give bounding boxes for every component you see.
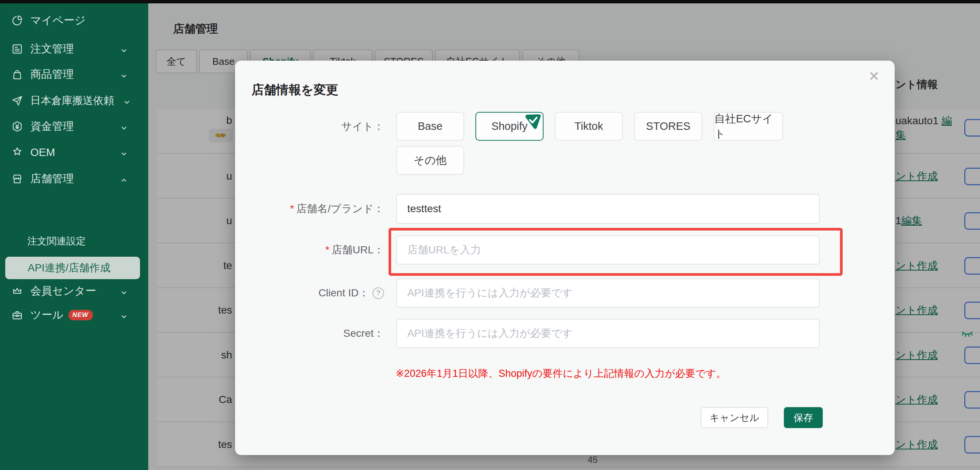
- chevron-down-icon: [120, 45, 128, 53]
- store-name-label: * 店舗名/ブランド：: [235, 194, 391, 224]
- eye-closed-icon[interactable]: [961, 327, 974, 341]
- sidebar-item-mypage[interactable]: マイページ: [0, 9, 148, 32]
- edit-store-modal: ✕ 店舗情報を変更 サイト： Base Shopify Tiktok STORE…: [235, 60, 895, 455]
- sidebar: マイページ 注文管理 商品管理 日本倉庫搬送依頼 資金管理 OEM 店舗管理 注…: [0, 3, 148, 470]
- client-id-label-text: Client ID：: [318, 286, 369, 300]
- site-label-text: サイト：: [341, 119, 384, 133]
- new-badge: NEW: [68, 310, 93, 320]
- client-id-input[interactable]: [396, 278, 820, 308]
- chevron-up-icon: [120, 175, 128, 183]
- required-asterisk: *: [290, 203, 294, 215]
- star-icon: [11, 146, 23, 158]
- sidebar-item-label: 会員センター: [30, 284, 96, 299]
- sidebar-item-store-management[interactable]: 店舗管理: [0, 167, 148, 191]
- secret-label-text: Secret：: [343, 326, 384, 341]
- secret-label: Secret：: [235, 319, 391, 348]
- site-label: サイト：: [235, 112, 391, 141]
- site-option-other[interactable]: その他: [396, 146, 464, 175]
- site-option-shopify[interactable]: Shopify: [476, 112, 544, 141]
- store-name-input[interactable]: [396, 194, 820, 224]
- shopping-bag-icon: [11, 68, 23, 81]
- secret-input[interactable]: [396, 319, 820, 348]
- store-name-label-text: 店舗名/ブランド：: [296, 202, 384, 216]
- sidebar-item-orders[interactable]: 注文管理: [0, 37, 148, 60]
- sidebar-subitem-api-store-create[interactable]: API連携/店舗作成: [5, 257, 140, 279]
- chevron-down-icon: [120, 148, 128, 156]
- chevron-down-icon: [120, 311, 128, 319]
- site-option-tiktok[interactable]: Tiktok: [555, 112, 623, 141]
- sidebar-item-label: 日本倉庫搬送依頼: [30, 94, 114, 108]
- client-id-label: Client ID： ?: [235, 278, 391, 308]
- site-option-own-ec[interactable]: 自社ECサイト: [713, 112, 783, 141]
- modal-title: 店舗情報を変更: [251, 82, 338, 98]
- toolbox-icon: [11, 309, 23, 321]
- chevron-down-icon: [120, 287, 128, 295]
- help-icon[interactable]: ?: [372, 287, 384, 299]
- cancel-button[interactable]: キャンセル: [701, 407, 768, 428]
- sidebar-item-oem[interactable]: OEM: [0, 141, 148, 164]
- sidebar-item-label: 商品管理: [30, 67, 74, 82]
- sidebar-item-tools[interactable]: ツール NEW: [0, 303, 148, 327]
- order-doc-icon: [11, 43, 23, 55]
- selected-check-icon: [524, 113, 542, 130]
- top-bar: [0, 0, 980, 3]
- sidebar-item-label: ツール: [30, 308, 63, 322]
- pie-chart-icon: [11, 14, 23, 27]
- crown-icon: [11, 285, 23, 297]
- sidebar-item-label: OEM: [30, 146, 55, 159]
- sidebar-item-products[interactable]: 商品管理: [0, 63, 148, 86]
- site-option-label: Shopify: [492, 120, 528, 132]
- store-url-label-text: 店舗URL：: [332, 243, 384, 257]
- required-asterisk: *: [325, 244, 329, 256]
- sidebar-subitem-label: API連携/店舗作成: [28, 261, 110, 275]
- site-option-base[interactable]: Base: [396, 112, 464, 141]
- close-icon[interactable]: ✕: [869, 70, 880, 83]
- sidebar-item-warehouse-transfer[interactable]: 日本倉庫搬送依頼: [0, 89, 148, 112]
- save-button[interactable]: 保存: [784, 407, 823, 428]
- chevron-down-icon: [120, 70, 128, 79]
- store-url-label: * 店舗URL：: [235, 235, 391, 265]
- sidebar-item-label: 注文管理: [30, 41, 74, 57]
- sidebar-item-label: マイページ: [30, 13, 86, 28]
- shopify-requirement-warning: ※2026年1月1日以降、Shopifyの要件により上記情報の入力が必要です。: [396, 367, 726, 380]
- send-icon: [11, 95, 23, 106]
- sidebar-item-label: 店舗管理: [30, 171, 74, 186]
- sidebar-item-funds[interactable]: 資金管理: [0, 115, 148, 138]
- storefront-icon: [11, 173, 23, 185]
- yen-hexagon-icon: [11, 121, 23, 132]
- sidebar-item-label: 資金管理: [30, 119, 74, 134]
- chevron-down-icon: [120, 122, 128, 130]
- sidebar-subitem-order-settings[interactable]: 注文関連設定: [27, 235, 86, 248]
- site-option-stores[interactable]: STORES: [634, 112, 702, 141]
- sidebar-item-member-center[interactable]: 会員センター: [0, 279, 148, 303]
- chevron-down-icon: [123, 97, 131, 105]
- store-url-input[interactable]: [396, 235, 820, 265]
